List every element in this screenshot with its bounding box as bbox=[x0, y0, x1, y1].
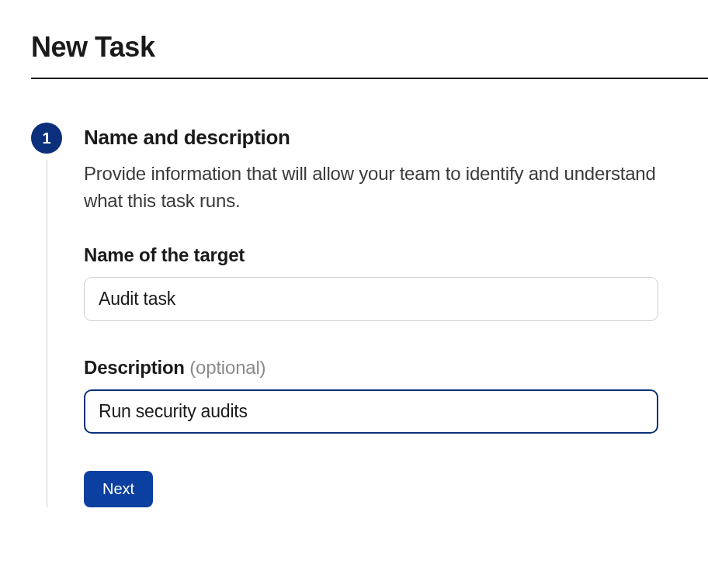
description-optional-text: (optional) bbox=[189, 357, 266, 378]
description-field-label: Description (optional) bbox=[84, 357, 677, 379]
step-title: Name and description bbox=[84, 126, 677, 150]
step-content: Name and description Provide information… bbox=[62, 126, 708, 507]
description-input[interactable] bbox=[84, 389, 658, 434]
step-container: 1 Name and description Provide informati… bbox=[31, 126, 708, 507]
field-group-name: Name of the target bbox=[84, 244, 677, 321]
page-title: New Task bbox=[31, 31, 708, 64]
step-subtitle: Provide information that will allow your… bbox=[84, 161, 677, 215]
name-input[interactable] bbox=[84, 277, 658, 321]
field-group-description: Description (optional) bbox=[84, 357, 677, 434]
step-indicator-column: 1 bbox=[31, 126, 62, 507]
step-connector-line bbox=[47, 160, 47, 507]
step-number-badge: 1 bbox=[31, 123, 62, 154]
name-field-label: Name of the target bbox=[84, 244, 677, 266]
title-divider bbox=[31, 78, 708, 79]
next-button[interactable]: Next bbox=[84, 471, 153, 507]
description-label-text: Description bbox=[84, 357, 189, 378]
